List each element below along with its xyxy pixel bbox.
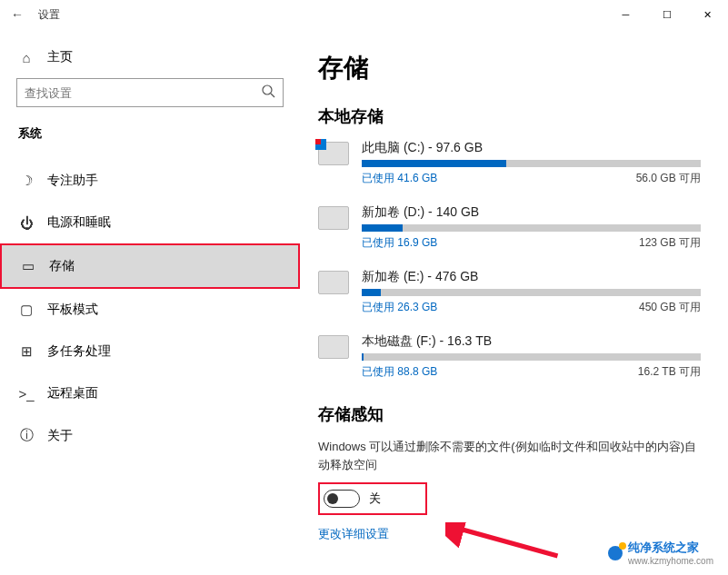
sidebar: ⌂ 主页 系统 ☽ 专注助手 ⏻ 电源和睡眠 ▭ bbox=[0, 29, 300, 575]
sidebar-item-label: 专注助手 bbox=[47, 173, 98, 189]
sidebar-item-label: 多任务处理 bbox=[47, 343, 111, 360]
drive-icon bbox=[318, 142, 349, 165]
svg-line-1 bbox=[271, 94, 274, 97]
drive-row[interactable]: 此电脑 (C:) - 97.6 GB 已使用 41.6 GB 56.0 GB 可… bbox=[318, 140, 701, 186]
sidebar-home-label: 主页 bbox=[47, 49, 73, 65]
storage-sense-heading: 存储感知 bbox=[318, 403, 701, 425]
search-box[interactable] bbox=[16, 78, 284, 107]
info-icon: ⓘ bbox=[18, 427, 35, 444]
sidebar-item-remote-desktop[interactable]: >_ 远程桌面 bbox=[0, 372, 300, 414]
sidebar-item-storage[interactable]: ▭ 存储 bbox=[0, 243, 300, 289]
page-title: 存储 bbox=[318, 51, 701, 85]
close-button[interactable]: ✕ bbox=[687, 0, 728, 29]
drive-row[interactable]: 新加卷 (D:) - 140 GB 已使用 16.9 GB 123 GB 可用 bbox=[318, 204, 701, 251]
drive-used-link[interactable]: 已使用 26.3 GB bbox=[362, 300, 437, 315]
minimize-button[interactable]: ─ bbox=[605, 0, 646, 29]
drive-used-link[interactable]: 已使用 88.8 GB bbox=[362, 364, 437, 380]
storage-sense-description: Windows 可以通过删除不需要的文件(例如临时文件和回收站中的内容)自动释放… bbox=[318, 438, 701, 473]
sidebar-home[interactable]: ⌂ 主页 bbox=[0, 44, 300, 78]
home-icon: ⌂ bbox=[18, 50, 35, 65]
tablet-icon: ▢ bbox=[18, 302, 35, 318]
storage-icon: ▭ bbox=[20, 258, 36, 274]
drive-used-link[interactable]: 已使用 16.9 GB bbox=[362, 235, 437, 251]
drive-free-label: 56.0 GB 可用 bbox=[636, 171, 701, 186]
drive-free-label: 16.2 TB 可用 bbox=[638, 364, 701, 380]
maximize-button[interactable]: ☐ bbox=[646, 0, 687, 29]
storage-sense-toggle-row: 关 bbox=[318, 482, 427, 515]
sidebar-item-label: 平板模式 bbox=[47, 302, 98, 318]
sidebar-item-multitasking[interactable]: ⊞ 多任务处理 bbox=[0, 331, 300, 372]
storage-sense-toggle[interactable] bbox=[324, 490, 360, 508]
drive-usage-bar bbox=[362, 353, 701, 361]
sidebar-item-tablet-mode[interactable]: ▢ 平板模式 bbox=[0, 289, 300, 331]
back-button[interactable]: ← bbox=[11, 7, 24, 22]
remote-icon: >_ bbox=[18, 386, 35, 402]
sidebar-item-label: 存储 bbox=[49, 258, 75, 274]
drive-usage-bar bbox=[362, 160, 701, 167]
watermark-logo-icon bbox=[608, 546, 623, 560]
drive-label: 新加卷 (D:) - 140 GB bbox=[362, 204, 701, 221]
watermark-brand: 纯净系统之家 bbox=[628, 540, 713, 556]
drive-free-label: 450 GB 可用 bbox=[639, 300, 701, 315]
power-icon: ⏻ bbox=[18, 215, 35, 231]
nav-list: ☽ 专注助手 ⏻ 电源和睡眠 ▭ 存储 ▢ 平板模式 ⊞ 多任务处理 bbox=[0, 160, 300, 457]
main-content: 存储 本地存储 此电脑 (C:) - 97.6 GB 已使用 41.6 GB 5… bbox=[300, 29, 728, 575]
watermark: 纯净系统之家 www.kzmyhome.com bbox=[608, 540, 713, 566]
drive-label: 此电脑 (C:) - 97.6 GB bbox=[362, 140, 701, 156]
sidebar-item-label: 远程桌面 bbox=[47, 385, 98, 402]
sidebar-item-label: 电源和睡眠 bbox=[47, 214, 111, 231]
drive-icon bbox=[318, 206, 349, 230]
sidebar-item-about[interactable]: ⓘ 关于 bbox=[0, 414, 300, 457]
local-storage-heading: 本地存储 bbox=[318, 105, 701, 127]
drive-icon bbox=[318, 335, 349, 359]
watermark-url: www.kzmyhome.com bbox=[628, 556, 713, 566]
sidebar-category: 系统 bbox=[0, 125, 300, 154]
drive-used-link[interactable]: 已使用 41.6 GB bbox=[362, 171, 437, 186]
drive-list: 此电脑 (C:) - 97.6 GB 已使用 41.6 GB 56.0 GB 可… bbox=[318, 140, 701, 380]
drive-usage-bar bbox=[362, 224, 701, 232]
drive-label: 新加卷 (E:) - 476 GB bbox=[362, 269, 701, 285]
drive-row[interactable]: 本地磁盘 (F:) - 16.3 TB 已使用 88.8 GB 16.2 TB … bbox=[318, 333, 701, 380]
sidebar-item-label: 关于 bbox=[47, 428, 73, 444]
drive-icon bbox=[318, 271, 349, 294]
drive-label: 本地磁盘 (F:) - 16.3 TB bbox=[362, 333, 701, 350]
drive-row[interactable]: 新加卷 (E:) - 476 GB 已使用 26.3 GB 450 GB 可用 bbox=[318, 269, 701, 315]
search-input[interactable] bbox=[25, 86, 261, 100]
window-title: 设置 bbox=[38, 7, 60, 23]
titlebar: ← 设置 ─ ☐ ✕ bbox=[0, 0, 728, 29]
drive-free-label: 123 GB 可用 bbox=[639, 235, 701, 251]
svg-point-0 bbox=[263, 85, 272, 94]
sidebar-item-power-sleep[interactable]: ⏻ 电源和睡眠 bbox=[0, 202, 300, 243]
drive-usage-bar bbox=[362, 289, 701, 296]
toggle-state-label: 关 bbox=[369, 491, 381, 507]
multitask-icon: ⊞ bbox=[18, 343, 35, 360]
search-icon bbox=[261, 84, 275, 102]
sidebar-item-focus-assist[interactable]: ☽ 专注助手 bbox=[0, 160, 300, 202]
moon-icon: ☽ bbox=[18, 173, 35, 189]
